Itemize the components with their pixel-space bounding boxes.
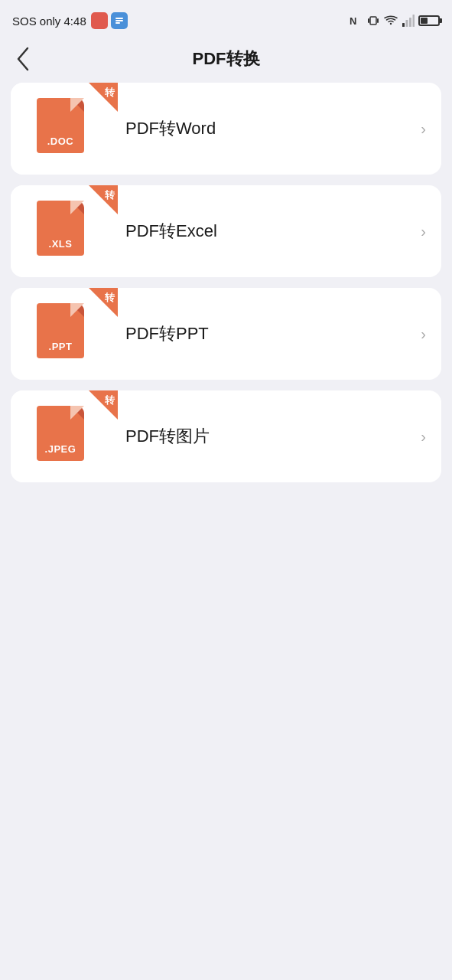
page-title: PDF转换 [193, 47, 260, 70]
svg-rect-6 [377, 18, 379, 23]
nfc-icon: N [350, 15, 363, 27]
corner-badge-pdf-to-word: 转 [89, 83, 118, 112]
svg-rect-2 [115, 22, 120, 24]
svg-rect-10 [413, 15, 415, 27]
corner-badge-pdf-to-image: 转 [89, 390, 118, 420]
svg-text:N: N [350, 15, 356, 27]
menu-list: 转 .DOC PDF转Word › 转 .XLS [0, 83, 452, 493]
file-icon-pdf-to-image: .JPEG [37, 406, 92, 467]
file-label-pdf-to-word: .DOC [37, 136, 84, 147]
signal-icon [402, 15, 415, 27]
header: PDF转换 [0, 38, 452, 83]
menu-item-pdf-to-word[interactable]: 转 .DOC PDF转Word › [11, 83, 441, 175]
chevron-icon-pdf-to-word: › [421, 120, 441, 138]
status-right: N [350, 15, 440, 27]
corner-badge-text-pdf-to-excel: 转 [105, 188, 115, 202]
menu-label-pdf-to-excel: PDF转Excel [118, 220, 421, 243]
corner-badge-text-pdf-to-image: 转 [105, 394, 115, 407]
svg-rect-1 [115, 20, 123, 21]
menu-label-pdf-to-image: PDF转图片 [118, 425, 421, 448]
chevron-icon-pdf-to-excel: › [421, 223, 441, 240]
status-bar: SOS only 4:48 N [0, 0, 452, 38]
file-icon-pdf-to-excel: .XLS [37, 201, 92, 262]
svg-rect-4 [370, 17, 376, 24]
corner-badge-pdf-to-ppt: 转 [89, 288, 118, 317]
file-body-pdf-to-word: .DOC [37, 98, 84, 153]
file-body-pdf-to-image: .JPEG [37, 406, 84, 461]
svg-rect-5 [368, 18, 369, 23]
menu-label-pdf-to-word: PDF转Word [118, 117, 421, 140]
svg-rect-0 [115, 18, 123, 19]
menu-icon-wrapper-pdf-to-ppt: 转 .PPT [11, 288, 118, 380]
menu-icon-wrapper-pdf-to-image: 转 .JPEG [11, 390, 118, 482]
file-icon-pdf-to-ppt: .PPT [37, 303, 92, 364]
corner-badge-text-pdf-to-ppt: 转 [105, 291, 115, 305]
file-icon-pdf-to-word: .DOC [37, 98, 92, 159]
menu-label-pdf-to-ppt: PDF转PPT [118, 322, 421, 345]
battery-fill [421, 18, 428, 24]
svg-rect-7 [402, 23, 405, 27]
svg-rect-9 [409, 18, 411, 27]
menu-icon-wrapper-pdf-to-excel: 转 .XLS [11, 185, 118, 277]
corner-badge-pdf-to-excel: 转 [89, 185, 118, 214]
wifi-icon [383, 15, 398, 27]
status-time-text: SOS only 4:48 [12, 15, 86, 28]
back-button[interactable] [15, 45, 32, 73]
chevron-icon-pdf-to-image: › [421, 428, 441, 446]
file-body-pdf-to-excel: .XLS [37, 201, 84, 256]
vibrate-icon [367, 15, 379, 27]
chevron-icon-pdf-to-ppt: › [421, 325, 441, 343]
corner-badge-text-pdf-to-word: 转 [105, 86, 115, 100]
menu-icon-wrapper-pdf-to-word: 转 .DOC [11, 83, 118, 175]
file-label-pdf-to-image: .JPEG [37, 443, 84, 455]
menu-item-pdf-to-image[interactable]: 转 .JPEG PDF转图片 › [11, 390, 441, 482]
menu-item-pdf-to-excel[interactable]: 转 .XLS PDF转Excel › [11, 185, 441, 277]
battery-icon [418, 15, 440, 26]
svg-rect-8 [406, 20, 408, 27]
file-label-pdf-to-ppt: .PPT [37, 341, 84, 352]
blue-app-icon [111, 12, 128, 29]
status-left: SOS only 4:48 [12, 12, 128, 29]
file-label-pdf-to-excel: .XLS [37, 238, 84, 250]
status-app-icons [91, 12, 128, 29]
menu-item-pdf-to-ppt[interactable]: 转 .PPT PDF转PPT › [11, 288, 441, 380]
red-app-icon [91, 12, 108, 29]
file-body-pdf-to-ppt: .PPT [37, 303, 84, 358]
